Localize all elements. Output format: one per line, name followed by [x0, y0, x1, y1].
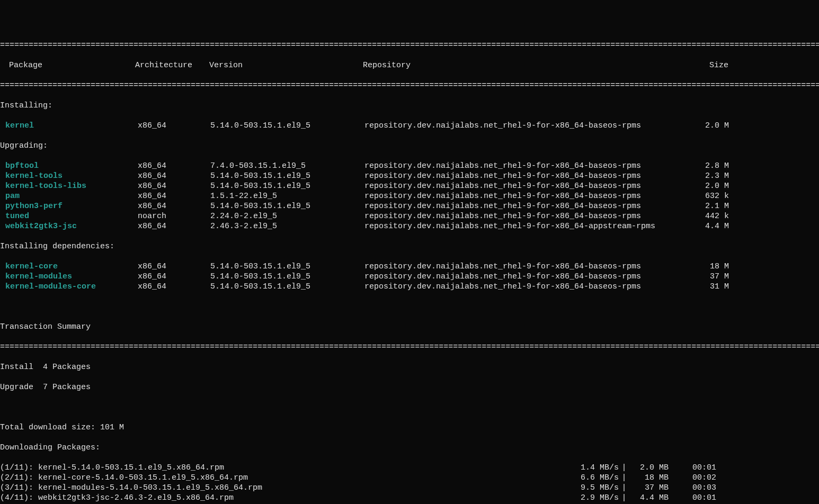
terminal-output: ========================================…	[0, 30, 819, 504]
section-installing-deps: Installing dependencies:	[0, 241, 819, 251]
package-size: 442 k	[697, 211, 729, 221]
package-repo: repository.dev.naijalabs.net_rhel-9-for-…	[364, 171, 697, 181]
package-repo: repository.dev.naijalabs.net_rhel-9-for-…	[364, 282, 697, 292]
download-speed: 2.9 MB/s	[572, 493, 619, 503]
header-package: Package	[0, 60, 135, 70]
package-row: bpftoolx86_647.4.0-503.15.1.el9_5reposit…	[0, 161, 819, 171]
package-row: tunednoarch2.24.0-2.el9_5repository.dev.…	[0, 211, 819, 221]
package-arch: x86_64	[138, 161, 210, 171]
download-time: 00:02	[684, 473, 716, 483]
package-size: 2.0 M	[697, 181, 729, 191]
package-row: python3-perfx86_645.14.0-503.15.1.el9_5r…	[0, 201, 819, 211]
package-row: kernel-toolsx86_645.14.0-503.15.1.el9_5r…	[0, 171, 819, 181]
package-version: 1.5.1-22.el9_5	[210, 191, 364, 201]
package-version: 5.14.0-503.15.1.el9_5	[210, 262, 364, 272]
package-row: kernel-modulesx86_645.14.0-503.15.1.el9_…	[0, 272, 819, 282]
package-version: 2.24.0-2.el9_5	[210, 211, 364, 221]
download-label: (2/11): kernel-core-5.14.0-503.15.1.el9_…	[0, 473, 572, 483]
download-time: 00:01	[684, 493, 716, 503]
package-arch: x86_64	[138, 171, 210, 181]
package-row: kernelx86_645.14.0-503.15.1.el9_5reposit…	[0, 121, 819, 131]
package-size: 31 M	[697, 282, 729, 292]
divider: ========================================…	[0, 80, 819, 91]
package-size: 2.3 M	[697, 171, 729, 181]
download-row: (1/11): kernel-5.14.0-503.15.1.el9_5.x86…	[0, 463, 819, 473]
package-name: pam	[5, 192, 20, 201]
package-name: kernel-core	[5, 262, 58, 271]
download-row: (2/11): kernel-core-5.14.0-503.15.1.el9_…	[0, 473, 819, 483]
package-name: python3-perf	[5, 202, 63, 211]
blank-line	[0, 302, 819, 312]
header-size: Size	[697, 60, 728, 70]
package-arch: noarch	[138, 211, 210, 221]
package-repo: repository.dev.naijalabs.net_rhel-9-for-…	[364, 161, 697, 171]
summary-install: Install 4 Packages	[0, 362, 819, 372]
download-time: 00:03	[684, 483, 716, 493]
download-size: 37 MB	[629, 483, 669, 493]
total-download-size: Total download size: 101 M	[0, 422, 819, 433]
package-size: 632 k	[697, 191, 729, 201]
divider: ========================================…	[0, 342, 819, 352]
summary-upgrade: Upgrade 7 Packages	[0, 382, 819, 392]
download-size: 2.0 MB	[629, 463, 669, 473]
package-version: 5.14.0-503.15.1.el9_5	[210, 201, 364, 211]
package-row: pamx86_641.5.1-22.el9_5repository.dev.na…	[0, 191, 819, 201]
download-row: (4/11): webkit2gtk3-jsc-2.46.3-2.el9_5.x…	[0, 493, 819, 503]
package-size: 18 M	[697, 262, 729, 272]
download-size: 4.4 MB	[629, 493, 669, 503]
download-size: 18 MB	[629, 473, 669, 483]
summary-title: Transaction Summary	[0, 322, 819, 332]
header-arch: Architecture	[135, 60, 209, 70]
divider: ========================================…	[0, 40, 819, 50]
package-name: kernel-tools	[5, 172, 63, 181]
download-label: (1/11): kernel-5.14.0-503.15.1.el9_5.x86…	[0, 463, 572, 473]
package-size: 2.1 M	[697, 201, 729, 211]
package-repo: repository.dev.naijalabs.net_rhel-9-for-…	[364, 191, 697, 201]
pipe-sep: |	[619, 493, 629, 503]
package-version: 5.14.0-503.15.1.el9_5	[210, 121, 364, 131]
package-repo: repository.dev.naijalabs.net_rhel-9-for-…	[364, 221, 697, 231]
package-version: 5.14.0-503.15.1.el9_5	[210, 282, 364, 292]
package-repo: repository.dev.naijalabs.net_rhel-9-for-…	[364, 181, 697, 191]
package-repo: repository.dev.naijalabs.net_rhel-9-for-…	[364, 211, 697, 221]
package-name: kernel-modules-core	[5, 282, 96, 291]
download-speed: 1.4 MB/s	[572, 463, 619, 473]
download-label: (3/11): kernel-modules-5.14.0-503.15.1.e…	[0, 483, 572, 493]
blank-line	[0, 402, 819, 412]
header-repo: Repository	[363, 60, 697, 70]
package-row: kernel-modules-corex86_645.14.0-503.15.1…	[0, 282, 819, 292]
package-arch: x86_64	[138, 191, 210, 201]
package-arch: x86_64	[138, 262, 210, 272]
package-arch: x86_64	[138, 282, 210, 292]
package-name: bpftool	[5, 161, 39, 170]
section-installing: Installing:	[0, 101, 819, 111]
package-arch: x86_64	[138, 181, 210, 191]
downloading-label: Downloading Packages:	[0, 443, 819, 453]
package-size: 4.4 M	[697, 221, 729, 231]
pipe-sep: |	[619, 483, 629, 493]
header-version: Version	[209, 60, 363, 70]
package-size: 2.0 M	[697, 121, 729, 131]
pipe-sep: |	[619, 473, 629, 483]
download-time: 00:01	[684, 463, 716, 473]
download-label: (4/11): webkit2gtk3-jsc-2.46.3-2.el9_5.x…	[0, 493, 572, 503]
package-size: 2.8 M	[697, 161, 729, 171]
package-size: 37 M	[697, 272, 729, 282]
package-row: kernel-corex86_645.14.0-503.15.1.el9_5re…	[0, 262, 819, 272]
package-row: webkit2gtk3-jscx86_642.46.3-2.el9_5repos…	[0, 221, 819, 231]
package-arch: x86_64	[138, 221, 210, 231]
package-name: kernel	[5, 121, 34, 130]
package-version: 5.14.0-503.15.1.el9_5	[210, 181, 364, 191]
package-row: kernel-tools-libsx86_645.14.0-503.15.1.e…	[0, 181, 819, 191]
package-name: tuned	[5, 212, 29, 221]
package-repo: repository.dev.naijalabs.net_rhel-9-for-…	[364, 262, 697, 272]
package-repo: repository.dev.naijalabs.net_rhel-9-for-…	[364, 201, 697, 211]
package-arch: x86_64	[138, 121, 210, 131]
package-repo: repository.dev.naijalabs.net_rhel-9-for-…	[364, 121, 697, 131]
package-version: 2.46.3-2.el9_5	[210, 221, 364, 231]
table-header: PackageArchitectureVersionRepositorySize	[0, 60, 819, 70]
package-version: 5.14.0-503.15.1.el9_5	[210, 272, 364, 282]
package-version: 7.4.0-503.15.1.el9_5	[210, 161, 364, 171]
download-row: (3/11): kernel-modules-5.14.0-503.15.1.e…	[0, 483, 819, 493]
package-repo: repository.dev.naijalabs.net_rhel-9-for-…	[364, 272, 697, 282]
